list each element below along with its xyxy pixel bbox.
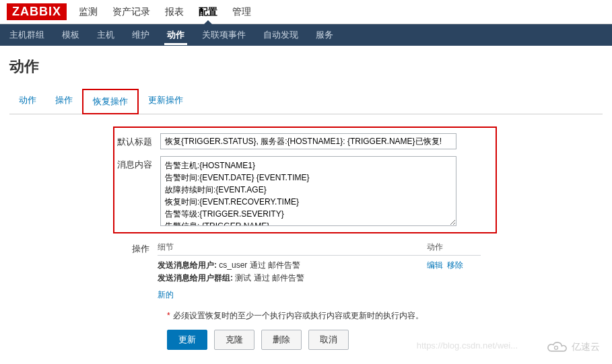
sub-nav-item[interactable]: 自动发现 <box>261 25 301 45</box>
tab-item[interactable]: 恢复操作 <box>82 89 139 114</box>
top-nav-item[interactable]: 管理 <box>232 1 251 24</box>
tab-item[interactable]: 动作 <box>9 89 46 114</box>
message-content-label: 消息内容 <box>117 156 160 171</box>
tab-item[interactable]: 操作 <box>46 89 82 114</box>
message-content-textarea[interactable] <box>160 156 456 226</box>
sub-nav-item[interactable]: 维护 <box>129 25 152 45</box>
top-nav-item[interactable]: 报表 <box>165 1 184 24</box>
ops-header-detail: 细节 <box>158 242 427 253</box>
update-button[interactable]: 更新 <box>167 330 207 350</box>
ops-row-text: 发送消息给用户: cs_user 通过 邮件告警 <box>158 260 427 271</box>
top-nav-item[interactable]: 配置 <box>199 1 217 24</box>
top-nav: ZABBIX 监测资产记录报表配置管理 <box>0 0 612 24</box>
ops-remove-link[interactable]: 移除 <box>447 260 463 270</box>
ops-new-link[interactable]: 新的 <box>158 289 174 301</box>
sub-nav-item[interactable]: 模板 <box>59 25 82 45</box>
sub-nav-item[interactable]: 动作 <box>164 25 187 45</box>
sub-nav-item[interactable]: 服务 <box>313 25 336 45</box>
tab-item[interactable]: 更新操作 <box>139 89 193 114</box>
ops-row-text: 发送消息给用户群组: 测试 通过 邮件告警 <box>158 272 427 284</box>
sub-nav-item[interactable]: 主机 <box>94 25 117 45</box>
ops-header-action: 动作 <box>427 242 481 253</box>
tabs: 动作操作恢复操作更新操作 <box>9 89 603 114</box>
button-bar: 更新 克隆 删除 取消 <box>167 330 603 350</box>
warning-text: *必须设置恢复时的至少一个执行内容或执行内容或更新时的执行内容。 <box>167 310 603 322</box>
clone-button[interactable]: 克隆 <box>214 330 254 350</box>
delete-button[interactable]: 删除 <box>261 330 302 350</box>
default-title-label: 默认标题 <box>117 133 160 148</box>
operations-label: 操作 <box>9 242 158 255</box>
default-title-input[interactable] <box>160 133 456 149</box>
recovery-config-box: 默认标题 消息内容 <box>113 126 497 233</box>
cancel-button[interactable]: 取消 <box>308 330 349 350</box>
page-title: 动作 <box>0 46 612 89</box>
sub-nav: 主机群组模板主机维护动作关联项事件自动发现服务 <box>0 24 612 46</box>
sub-nav-item[interactable]: 主机群组 <box>7 25 47 45</box>
ops-edit-link[interactable]: 编辑 <box>427 260 443 270</box>
logo: ZABBIX <box>7 3 67 20</box>
top-nav-item[interactable]: 资产记录 <box>112 1 150 24</box>
sub-nav-item[interactable]: 关联项事件 <box>199 25 248 45</box>
top-nav-item[interactable]: 监测 <box>79 1 98 24</box>
